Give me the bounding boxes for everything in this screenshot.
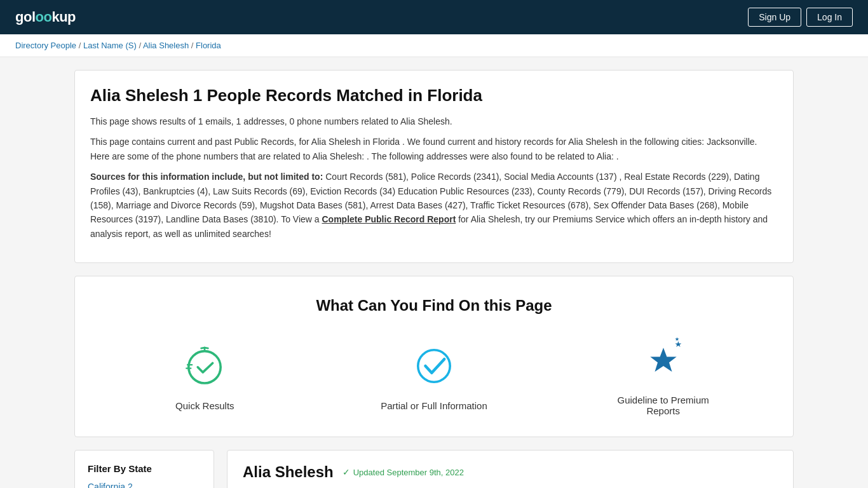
features-title: What Can You Find On this Page bbox=[90, 297, 778, 315]
breadcrumb: Directory People / Last Name (S) / Alia … bbox=[0, 34, 868, 57]
logo-oo: oo bbox=[36, 9, 52, 25]
svg-marker-8 bbox=[675, 341, 681, 347]
filter-title: Filter By State bbox=[88, 463, 201, 474]
quick-results-label: Quick Results bbox=[175, 400, 234, 411]
feature-quick-results: Quick Results bbox=[141, 341, 268, 411]
svg-line-3 bbox=[205, 348, 208, 348]
sources-label: Sources for this information include, bu… bbox=[90, 172, 323, 182]
main-content: Alia Shelesh 1 People Records Matched in… bbox=[59, 70, 809, 488]
logo-text-start: gol bbox=[15, 9, 36, 25]
header-actions: Sign Up Log In bbox=[748, 8, 853, 27]
filter-california[interactable]: California 2 bbox=[88, 482, 201, 488]
login-button[interactable]: Log In bbox=[806, 8, 853, 27]
site-header: golookup Sign Up Log In bbox=[0, 0, 868, 34]
partial-info-label: Partial or Full Information bbox=[381, 400, 487, 411]
breadcrumb-alia[interactable]: Alia Shelesh bbox=[143, 41, 189, 50]
bottom-section: Filter By State California 2 Arizona 1 N… bbox=[74, 450, 794, 488]
features-card: What Can You Find On this Page bbox=[74, 276, 794, 437]
complete-record-link[interactable]: Complete Public Record Report bbox=[322, 214, 456, 224]
result-card: Alia Shelesh ✓ Updated September 9th, 20… bbox=[227, 450, 794, 488]
breadcrumb-sep1: / bbox=[79, 41, 83, 50]
site-logo: golookup bbox=[15, 9, 76, 25]
checkmark-icon: ✓ bbox=[342, 467, 350, 477]
guideline-label: Guideline to Premium Reports bbox=[600, 395, 727, 416]
filter-sidebar: Filter By State California 2 Arizona 1 N… bbox=[74, 450, 214, 488]
svg-point-6 bbox=[418, 349, 450, 381]
guideline-icon bbox=[638, 335, 689, 386]
signup-button[interactable]: Sign Up bbox=[748, 8, 801, 27]
svg-marker-9 bbox=[675, 337, 679, 341]
breadcrumb-directory[interactable]: Directory People bbox=[15, 41, 76, 50]
updated-badge: ✓ Updated September 9th, 2022 bbox=[342, 467, 464, 477]
feature-partial-info: Partial or Full Information bbox=[370, 341, 498, 411]
feature-guideline: Guideline to Premium Reports bbox=[600, 335, 727, 416]
breadcrumb-florida[interactable]: Florida bbox=[196, 41, 221, 50]
result-header: Alia Shelesh ✓ Updated September 9th, 20… bbox=[243, 463, 778, 481]
page-title: Alia Shelesh 1 People Records Matched in… bbox=[90, 86, 778, 105]
breadcrumb-sep3: / bbox=[191, 41, 196, 50]
summary-text: This page shows results of 1 emails, 1 a… bbox=[90, 114, 778, 128]
partial-info-icon bbox=[409, 341, 459, 391]
sources-text: Sources for this information include, bu… bbox=[90, 170, 778, 241]
updated-text: Updated September 9th, 2022 bbox=[353, 468, 464, 477]
features-grid: Quick Results Partial or Full Informatio… bbox=[90, 335, 778, 416]
quick-results-icon bbox=[179, 341, 230, 391]
svg-marker-7 bbox=[650, 348, 676, 372]
result-name: Alia Shelesh bbox=[243, 463, 334, 481]
description-text: This page contains current and past Publ… bbox=[90, 135, 778, 163]
logo-text-end: kup bbox=[51, 9, 76, 25]
svg-point-0 bbox=[189, 351, 220, 383]
breadcrumb-lastname[interactable]: Last Name (S) bbox=[83, 41, 137, 50]
info-card: Alia Shelesh 1 People Records Matched in… bbox=[74, 70, 794, 263]
